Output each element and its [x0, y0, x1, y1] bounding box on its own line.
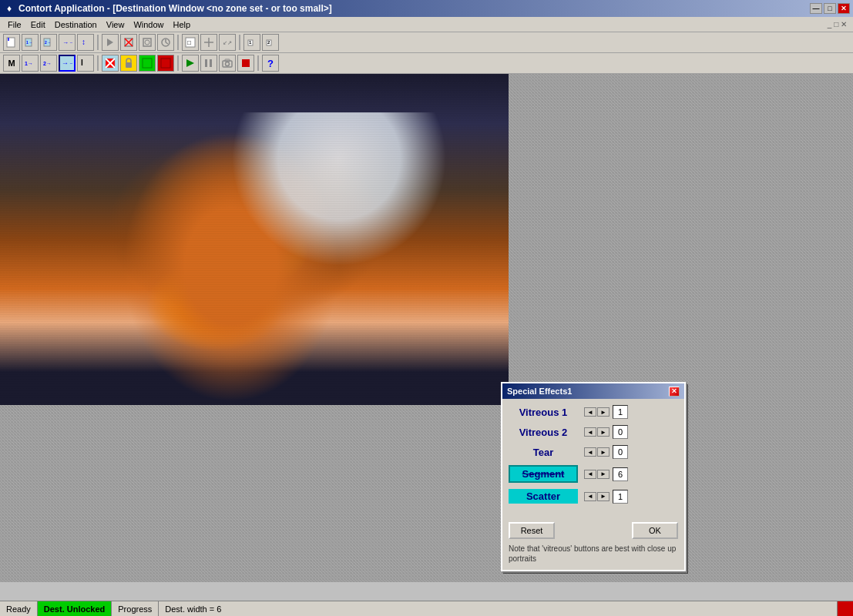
tb1-btn-12[interactable]: ↙↗: [219, 34, 236, 51]
svg-rect-36: [143, 59, 152, 68]
toolbar-1: 1→ 2→ →→ ↕ □ ↙↗ 1 2: [0, 32, 853, 53]
effect-label-segment[interactable]: Segment: [509, 465, 578, 483]
tb2-btn-stop[interactable]: [237, 55, 254, 72]
svg-text:→→: →→: [62, 59, 72, 67]
tb1-btn-9[interactable]: [157, 34, 174, 51]
svg-point-42: [226, 62, 230, 66]
tb2-btn-help[interactable]: ?: [262, 55, 279, 72]
tb1-btn-5[interactable]: ↕: [77, 34, 94, 51]
tb1-btn-4[interactable]: →→: [59, 34, 76, 51]
effect-label-scatter[interactable]: Scatter: [509, 489, 578, 504]
tb1-btn-3[interactable]: 2→: [40, 34, 57, 51]
svg-text:→→: →→: [62, 39, 72, 46]
status-dest-width: Dest. width = 6: [159, 601, 838, 616]
dialog-title-bar: Special Effects1 ✕: [502, 383, 684, 399]
status-bar: Ready Dest. Unlocked Progress Dest. widt…: [0, 601, 853, 616]
spinner-scatter-right[interactable]: ►: [597, 492, 610, 501]
svg-text:↙↗: ↙↗: [223, 40, 232, 45]
effect-row-vitreous1: Vitreous 1 ◄ ► 1: [509, 405, 678, 419]
dialog-note: Note that 'vitreous' buttons are best wi…: [502, 539, 684, 570]
menu-window[interactable]: Window: [129, 18, 168, 31]
tb2-btn-green[interactable]: [139, 55, 156, 72]
spinner-tear: ◄ ► 0: [584, 445, 628, 459]
tb2-btn-2[interactable]: 2→: [40, 55, 57, 72]
ok-button[interactable]: OK: [632, 522, 678, 539]
spinner-vitreous2-value: 0: [613, 425, 628, 439]
spinner-vitreous2: ◄ ► 0: [584, 425, 628, 439]
tb1-btn-8[interactable]: [139, 34, 156, 51]
dialog-body: Vitreous 1 ◄ ► 1 Vitreous 2 ◄ ► 0 Tear: [502, 399, 684, 516]
spinner-tear-left[interactable]: ◄: [584, 447, 596, 457]
window-title: Contort Application - [Destination Windo…: [18, 3, 810, 14]
tb1-btn-11[interactable]: [200, 34, 217, 51]
special-effects-dialog: Special Effects1 ✕ Vitreous 1 ◄ ► 1 Vitr…: [501, 382, 686, 571]
menu-right-controls: _ □ ✕: [195, 20, 850, 28]
status-indicator-red: [838, 601, 853, 616]
menu-view[interactable]: View: [102, 18, 129, 31]
tb2-btn-updown[interactable]: I: [77, 55, 94, 72]
svg-text:2→: 2→: [43, 61, 52, 66]
svg-rect-44: [242, 59, 250, 67]
spinner-tear-right[interactable]: ►: [597, 447, 610, 457]
spinner-segment-left[interactable]: ◄: [584, 470, 596, 479]
image-white-overlay: [231, 112, 447, 266]
main-canvas-area: Special Effects1 ✕ Vitreous 1 ◄ ► 1 Vitr…: [0, 74, 853, 582]
tb1-btn-10[interactable]: □: [182, 34, 199, 51]
maximize-button[interactable]: □: [824, 3, 836, 14]
spinner-scatter-left[interactable]: ◄: [584, 492, 596, 501]
spinner-vitreous1-value: 1: [613, 405, 628, 419]
spinner-vitreous1-left[interactable]: ◄: [584, 407, 596, 417]
tb2-btn-pause[interactable]: [200, 55, 217, 72]
toolbar2-sep-2: [177, 55, 179, 71]
title-bar-buttons: — □ ✕: [810, 3, 850, 14]
svg-point-15: [145, 40, 149, 45]
dialog-close-button[interactable]: ✕: [669, 387, 680, 397]
reset-button[interactable]: Reset: [509, 522, 555, 539]
minimize-button[interactable]: —: [810, 3, 822, 14]
spinner-vitreous1-right[interactable]: ►: [597, 407, 610, 417]
spinner-vitreous2-left[interactable]: ◄: [584, 427, 596, 437]
svg-rect-37: [161, 59, 170, 68]
tb2-btn-play[interactable]: [182, 55, 199, 72]
svg-rect-35: [126, 62, 132, 68]
spinner-tear-value: 0: [613, 445, 628, 459]
toolbar-sep-2: [177, 35, 179, 50]
status-ready: Ready: [0, 601, 38, 616]
toolbar-sep-3: [239, 35, 240, 50]
dialog-buttons: Reset OK: [502, 522, 684, 539]
tb1-btn-14[interactable]: 2: [262, 34, 279, 51]
effect-row-segment: Segment ◄ ► 6: [509, 465, 678, 483]
effect-row-tear: Tear ◄ ► 0: [509, 445, 678, 459]
menu-help[interactable]: Help: [169, 18, 196, 31]
svg-text:→: →: [29, 40, 32, 45]
toolbar2-sep-1: [97, 55, 99, 71]
tb2-btn-redbox[interactable]: [157, 55, 174, 72]
title-bar: ♦ Contort Application - [Destination Win…: [0, 0, 853, 17]
effect-label-vitreous2: Vitreous 2: [509, 427, 578, 438]
status-dest-unlocked: Dest. Unlocked: [38, 601, 112, 616]
menu-file[interactable]: File: [3, 18, 26, 31]
spinner-vitreous2-right[interactable]: ►: [597, 427, 610, 437]
tb1-btn-6[interactable]: [102, 34, 119, 51]
tb1-btn-2[interactable]: 1→: [22, 34, 39, 51]
tb2-btn-1[interactable]: 1→: [22, 55, 39, 72]
tb2-btn-m[interactable]: M: [3, 55, 20, 72]
tb1-btn-1[interactable]: [3, 34, 20, 51]
tb2-btn-red[interactable]: [102, 55, 119, 72]
effect-row-scatter: Scatter ◄ ► 1: [509, 489, 678, 504]
spinner-segment-right[interactable]: ►: [597, 470, 610, 479]
tb2-btn-camera[interactable]: [219, 55, 236, 72]
svg-marker-38: [186, 59, 194, 67]
tb1-btn-13[interactable]: 1: [243, 34, 260, 51]
menu-bar: File Edit Destination View Window Help _…: [0, 17, 853, 32]
menu-destination[interactable]: Destination: [50, 18, 102, 31]
svg-text:□: □: [187, 39, 191, 46]
tb1-btn-7[interactable]: [120, 34, 137, 51]
tb2-btn-lock[interactable]: [120, 55, 137, 72]
close-button[interactable]: ✕: [838, 3, 850, 14]
app-icon: ♦: [3, 2, 15, 15]
spinner-segment-value: 6: [613, 467, 628, 481]
tb2-btn-arrow[interactable]: →→: [59, 55, 76, 72]
menu-edit[interactable]: Edit: [26, 18, 50, 31]
svg-rect-40: [210, 59, 212, 67]
